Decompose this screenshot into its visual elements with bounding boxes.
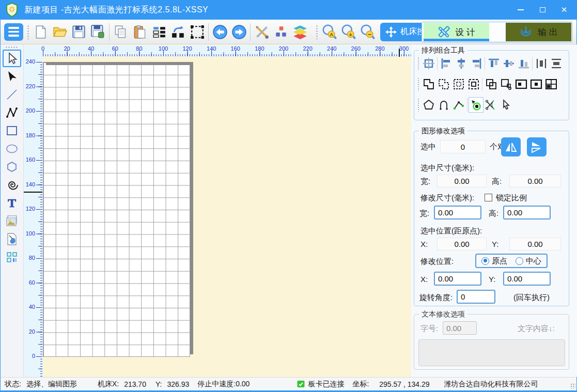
- ungroup-button[interactable]: [451, 76, 466, 92]
- maximize-button[interactable]: [535, 3, 550, 17]
- mod-x-input[interactable]: [434, 272, 481, 286]
- zoom-out-button[interactable]: −: [358, 22, 377, 42]
- align-center-h-button[interactable]: [454, 56, 469, 71]
- mod-w-input[interactable]: [434, 206, 481, 219]
- selected-prefix-label: 选中: [420, 142, 436, 152]
- tool-ellipse[interactable]: [3, 140, 21, 158]
- menu-button[interactable]: [4, 23, 23, 41]
- minimize-button[interactable]: [513, 3, 528, 17]
- node-select-button[interactable]: [498, 97, 513, 113]
- node-edit-button[interactable]: [469, 97, 484, 113]
- close-button[interactable]: ✕: [557, 3, 571, 17]
- space-equal-v-button[interactable]: [549, 56, 564, 71]
- v-ruler-label: 80: [29, 255, 35, 261]
- lock-ratio-label: 锁定比例: [496, 193, 527, 203]
- tool-text[interactable]: T: [3, 194, 21, 212]
- palette-grip[interactable]: [5, 46, 19, 49]
- radio-center[interactable]: 中心: [516, 256, 541, 266]
- tool-select[interactable]: [3, 50, 21, 67]
- layers-button[interactable]: [290, 22, 309, 42]
- tools-button[interactable]: [252, 22, 271, 42]
- rotate-input[interactable]: [457, 290, 495, 304]
- object-to-center-button[interactable]: [528, 76, 543, 92]
- mod-h-input[interactable]: [503, 206, 551, 219]
- tool-spiral[interactable]: [3, 176, 21, 194]
- work-area-grid[interactable]: [43, 62, 190, 357]
- selected-pos-label: 选中位置(距原点):: [420, 226, 482, 236]
- node-refine-button[interactable]: [451, 97, 466, 113]
- group-button[interactable]: [436, 76, 451, 92]
- object-to-origin-button[interactable]: [513, 76, 528, 92]
- mod-y-input[interactable]: [503, 272, 551, 286]
- tool-polyline[interactable]: [3, 104, 21, 121]
- h-ruler-label: 80: [136, 45, 142, 52]
- align-center-both-button[interactable]: [421, 56, 436, 71]
- node-edit-icon: [470, 99, 482, 111]
- h-ruler-label: 60: [112, 45, 118, 52]
- tab-output[interactable]: 输 出: [506, 23, 571, 41]
- path-cut-button[interactable]: [484, 97, 498, 113]
- weld-union-button[interactable]: [421, 76, 436, 92]
- zoom-out-icon: −: [359, 24, 377, 40]
- radio-origin[interactable]: 原点: [481, 256, 507, 266]
- transform-swap-button[interactable]: [168, 22, 188, 42]
- save-button[interactable]: [69, 22, 88, 42]
- redo-button[interactable]: [229, 22, 248, 42]
- polygon-close-button[interactable]: [421, 97, 436, 113]
- h-ruler-label: 260: [351, 45, 361, 52]
- new-file-button[interactable]: [31, 22, 50, 42]
- break-apart-icon: [500, 78, 512, 90]
- canvas-area[interactable]: 0204060801001201401601802002202402602803…: [24, 44, 411, 377]
- lock-ratio-checkbox[interactable]: [485, 194, 492, 201]
- toolbar-grip-2[interactable]: [316, 25, 318, 39]
- align-right-button[interactable]: [469, 56, 484, 71]
- flip-horizontal-button[interactable]: [501, 137, 521, 156]
- array-grid-button[interactable]: [149, 22, 168, 42]
- tool-pick[interactable]: [3, 68, 21, 85]
- tool-polygon[interactable]: [3, 158, 21, 176]
- toolbar-grip[interactable]: [27, 25, 29, 39]
- blocks-button[interactable]: [271, 22, 290, 42]
- space-equal-h-button[interactable]: [534, 56, 549, 71]
- font-size-input[interactable]: [443, 321, 477, 335]
- align-middle-button[interactable]: [501, 56, 516, 71]
- select-rect-button[interactable]: [188, 22, 207, 42]
- window-title: 新建项目 -吉光大幅面激光打标系统2.5.8L-XSSY: [24, 5, 208, 15]
- four-grid-button[interactable]: [543, 76, 558, 92]
- arrange-grip-3[interactable]: [417, 98, 419, 112]
- regroup-button[interactable]: [466, 76, 481, 92]
- resize-grip[interactable]: [570, 383, 575, 388]
- flip-vertical-button[interactable]: [527, 137, 547, 156]
- undo-button[interactable]: [210, 22, 229, 42]
- path-open-button[interactable]: [436, 97, 451, 113]
- pick-arrow-icon: [5, 70, 19, 83]
- zoom-all-icon: A: [321, 24, 338, 40]
- text-content-area[interactable]: [418, 339, 565, 366]
- h-ruler-label: 220: [303, 45, 312, 52]
- arrange-grip-2[interactable]: [417, 77, 419, 91]
- tool-image[interactable]: [3, 212, 21, 230]
- align-top-button[interactable]: [486, 56, 501, 71]
- space-equal-h-icon: [535, 57, 548, 70]
- break-apart-button[interactable]: [498, 76, 513, 92]
- v-ruler-label: 100: [26, 230, 35, 237]
- copy-button[interactable]: [111, 22, 130, 42]
- combine-button[interactable]: [484, 76, 498, 92]
- paste-button[interactable]: [130, 22, 149, 42]
- align-bottom-button[interactable]: [516, 56, 531, 71]
- flip-horizontal-icon: [504, 140, 518, 154]
- arrange-grip-1[interactable]: [417, 57, 419, 70]
- save-as-button[interactable]: [88, 22, 107, 42]
- layers-icon: [292, 25, 308, 39]
- canvas-body[interactable]: 240220200180160140120100806040200: [24, 57, 411, 377]
- arrange-row-3: [417, 96, 513, 114]
- zoom-in-button[interactable]: +: [339, 22, 358, 42]
- tool-line[interactable]: [3, 86, 21, 103]
- zoom-all-button[interactable]: A: [320, 22, 339, 42]
- align-left-button[interactable]: [439, 56, 454, 71]
- tool-array-copy[interactable]: [3, 248, 21, 266]
- tool-rectangle[interactable]: [3, 122, 21, 139]
- open-button[interactable]: [50, 22, 69, 42]
- tool-vector-fill[interactable]: [3, 230, 21, 248]
- tool-palette: T: [1, 44, 24, 377]
